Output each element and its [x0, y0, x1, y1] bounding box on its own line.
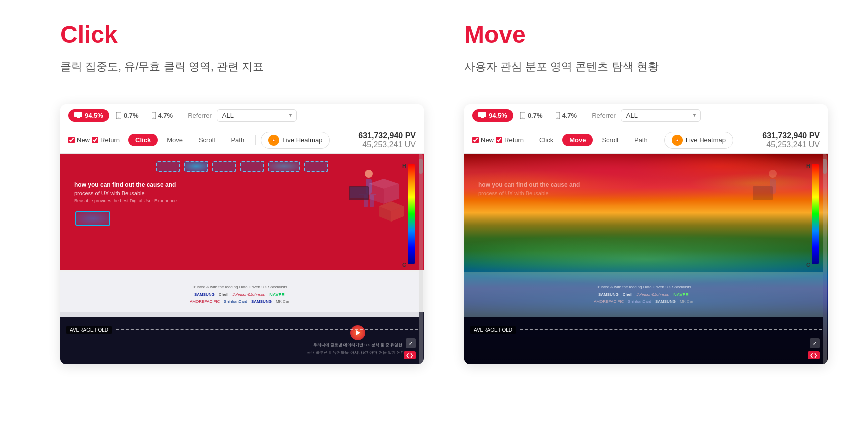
nav-sep-3 [528, 135, 528, 145]
move-title: Move [464, 20, 828, 49]
move-mk-logo: MK Car [680, 299, 693, 304]
click-referrer-label: Referrer [188, 112, 212, 119]
move-new-label: New [481, 136, 494, 144]
click-pv: 631,732,940 PV [358, 131, 416, 140]
move-referrer-wrapper: ALL [621, 109, 701, 122]
click-subtitle: 클릭 집중도, 유/무효 클릭 영역, 관련 지표 [60, 59, 424, 74]
click-tab-scroll[interactable]: Scroll [192, 134, 222, 146]
logos-row-2: AMOREPACIFIC ShinhanCard SAMSUNG MK Car [190, 299, 289, 304]
desktop-icon-2 [478, 112, 486, 118]
nav-sep-2 [255, 135, 256, 145]
move-samsung-sds-logo: SAMSUNG [655, 299, 676, 304]
click-subtext: process of UX with Beusable [74, 190, 177, 196]
move-tablet-btn[interactable]: 0.7% [514, 109, 549, 122]
click-referrer-select[interactable]: ALL [217, 109, 297, 122]
move-johnson-logo: Johnson&Johnson [636, 292, 669, 297]
mobile-icon-2 [556, 112, 560, 119]
click-desktop-btn[interactable]: 94.5% [68, 109, 109, 122]
click-nav-btns [156, 161, 328, 172]
new-label: New [77, 136, 90, 144]
click-uv: 45,253,241 UV [358, 140, 416, 149]
cta-text-2: 국내 솔루션 비유저블을 아시나요? 아마 처음 알게 된다면 [307, 350, 409, 355]
svg-point-6 [153, 117, 154, 118]
partners-section: Trusted & with the leading Data Driven U… [60, 272, 419, 317]
move-person [743, 166, 783, 229]
move-tablet-label: 0.7% [528, 112, 543, 119]
svg-rect-1 [77, 117, 80, 118]
move-heatmap-image: how you can find out the cause and proce… [464, 154, 828, 364]
click-title: Click [60, 20, 424, 49]
mobile-label: 4.7% [158, 112, 173, 119]
click-tablet-btn[interactable]: 0.7% [110, 109, 145, 122]
move-nav-tabs: New Return Click Move Scroll Path [464, 127, 828, 154]
move-headline: how you can find out the cause and [478, 181, 580, 188]
svg-point-30 [557, 117, 558, 118]
main-container: Click 클릭 집중도, 유/무효 클릭 영역, 관련 지표 94.5% 0.… [0, 0, 868, 384]
live-icon [268, 135, 279, 146]
move-fold-line [520, 329, 822, 330]
move-stats: 631,732,940 PV 45,253,241 UV [762, 131, 820, 149]
click-device-group: 94.5% 0.7% 4.7% [68, 109, 179, 122]
click-stats: 631,732,940 PV 45,253,241 UV [358, 131, 416, 149]
svg-point-10 [365, 170, 373, 178]
click-scale-h: H [402, 163, 406, 169]
nav-btn-4 [240, 161, 264, 172]
move-amore-logo: AMOREPACIFIC [594, 299, 624, 304]
move-device-group: 94.5% 0.7% 4.7% [472, 109, 583, 122]
click-average-fold: AVERAGE FOLD [60, 326, 424, 334]
click-tab-move[interactable]: Move [160, 134, 190, 146]
click-tab-click[interactable]: Click [128, 134, 158, 146]
move-section: Move 사용자 관심 분포 영역 콘텐츠 탐색 현황 94.5% 0.7% [464, 20, 828, 364]
amore-logo: AMOREPACIFIC [190, 299, 220, 304]
move-fold-label: AVERAGE FOLD [470, 326, 516, 334]
nav-btn-3 [212, 161, 236, 172]
move-return-checkbox[interactable]: Return [496, 136, 524, 144]
nav-btn-2 [184, 161, 208, 172]
live-btn-label: Live Heatmap [282, 136, 322, 144]
move-red-arrow: ❮❯ [808, 351, 820, 359]
move-partners-heading: Trusted & with the leading Data Driven U… [596, 285, 691, 289]
move-new-checkbox[interactable]: New [472, 136, 494, 144]
nav-btn-1 [156, 161, 180, 172]
click-return-checkbox[interactable]: Return [92, 136, 120, 144]
samsung-logo: SAMSUNG [194, 292, 215, 297]
click-live-btn[interactable]: Live Heatmap [261, 132, 330, 149]
move-scale-c: C [806, 262, 810, 268]
mk-logo: MK Car [276, 299, 289, 304]
move-tab-scroll[interactable]: Scroll [595, 134, 625, 146]
move-referrer-select[interactable]: ALL [621, 109, 701, 122]
move-mobile-label: 4.7% [562, 112, 577, 119]
return-check-input[interactable] [92, 137, 98, 143]
click-text-content: how you can find out the cause and proce… [74, 181, 177, 203]
click-tab-path[interactable]: Path [224, 134, 251, 146]
play-icon [271, 137, 277, 143]
dark-section: 우리나에 글로벌 데이터기반 UX 분석 툴 중 유일한 국내 솔루션 비유저블… [60, 317, 419, 364]
svg-rect-0 [74, 112, 82, 117]
scrollbar-thumb [419, 159, 423, 174]
click-mobile-btn[interactable]: 4.7% [146, 109, 179, 122]
svg-rect-2 [76, 118, 81, 118]
move-desktop-btn[interactable]: 94.5% [472, 109, 513, 122]
move-return-check-input[interactable] [496, 137, 502, 143]
move-live-btn[interactable]: Live Heatmap [664, 132, 733, 149]
cta-text-1: 우리나에 글로벌 데이터기반 UX 분석 툴 중 유일한 [313, 342, 403, 348]
move-tab-move[interactable]: Move [562, 134, 593, 146]
tablet-icon [116, 112, 121, 119]
move-samsung-logo: SAMSUNG [598, 292, 619, 297]
nav-sep-4 [659, 135, 659, 145]
svg-point-4 [118, 117, 119, 118]
person-svg-2 [743, 166, 783, 227]
click-section: Click 클릭 집중도, 유/무효 클릭 영역, 관련 지표 94.5% 0.… [60, 20, 424, 364]
move-tab-path[interactable]: Path [627, 134, 655, 146]
svg-rect-26 [480, 118, 485, 118]
new-check-input[interactable] [68, 137, 75, 143]
click-new-checkbox[interactable]: New [68, 136, 90, 144]
move-mobile-btn[interactable]: 4.7% [550, 109, 583, 122]
logos-row-1: SAMSUNG Cheil Johnson&Johnson NAVER [194, 292, 285, 297]
click-fold-label: AVERAGE FOLD [66, 326, 112, 334]
tablet-icon-2 [520, 112, 525, 119]
partners-heading: Trusted & with the leading Data Driven U… [192, 285, 287, 289]
move-tab-click[interactable]: Click [532, 134, 560, 146]
move-live-btn-label: Live Heatmap [686, 136, 726, 144]
move-new-check-input[interactable] [472, 137, 479, 143]
